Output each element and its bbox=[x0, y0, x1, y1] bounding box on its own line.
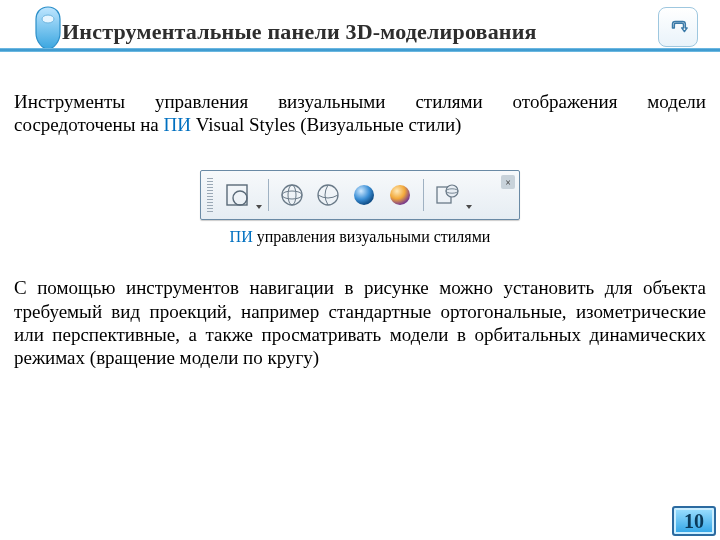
svg-point-10 bbox=[446, 185, 458, 197]
vs-hidden-button[interactable] bbox=[311, 178, 345, 212]
figure-caption: ПИ управления визуальными стилями bbox=[230, 228, 491, 246]
vs-realistic-blue-icon bbox=[351, 182, 377, 208]
page-number-badge[interactable]: 10 bbox=[672, 506, 716, 536]
slide: Инструментальные панели 3D-моделирования… bbox=[0, 0, 720, 540]
visual-styles-toolbar: × bbox=[200, 170, 520, 220]
vs-wireframe-button[interactable] bbox=[275, 178, 309, 212]
dropdown-caret-icon[interactable] bbox=[255, 178, 263, 212]
svg-point-2 bbox=[233, 191, 247, 205]
vs-realistic-orange-icon bbox=[387, 182, 413, 208]
toolbar-figure: × ПИ управления визуальными стилями bbox=[14, 170, 706, 246]
text: управления визуальными стилями bbox=[253, 228, 491, 245]
vs-realistic-orange-button[interactable] bbox=[383, 178, 417, 212]
vs-2dwireframe-icon bbox=[224, 182, 250, 208]
paragraph-2: С помощью инструментов навигации в рисун… bbox=[14, 276, 706, 369]
pi-abbrev: ПИ bbox=[164, 114, 191, 135]
vs-hidden-icon bbox=[315, 182, 341, 208]
vs-realistic-blue-button[interactable] bbox=[347, 178, 381, 212]
svg-point-4 bbox=[282, 191, 302, 199]
content-area: Инструменты управления визуальными стиля… bbox=[14, 90, 706, 369]
paragraph-1: Инструменты управления визуальными стиля… bbox=[14, 90, 706, 136]
vs-wireframe-icon bbox=[279, 182, 305, 208]
toolbar-separator bbox=[423, 179, 424, 211]
svg-point-0 bbox=[42, 15, 54, 23]
text: Visual Styles (Визуальные стили) bbox=[191, 114, 461, 135]
svg-point-5 bbox=[288, 185, 296, 205]
pi-abbrev: ПИ bbox=[230, 228, 253, 245]
svg-point-8 bbox=[390, 185, 410, 205]
toolbar-close-button[interactable]: × bbox=[501, 175, 515, 189]
svg-rect-1 bbox=[227, 185, 247, 205]
dropdown-caret-icon[interactable] bbox=[465, 178, 473, 212]
page-title: Инструментальные панели 3D-моделирования bbox=[62, 19, 537, 45]
vs-manage-button[interactable] bbox=[430, 178, 464, 212]
svg-point-6 bbox=[318, 185, 338, 205]
back-button[interactable] bbox=[658, 7, 698, 47]
header-bar: Инструментальные панели 3D-моделирования bbox=[0, 5, 720, 51]
vs-2dwireframe-button[interactable] bbox=[220, 178, 254, 212]
svg-point-7 bbox=[354, 185, 374, 205]
toolbar-separator bbox=[268, 179, 269, 211]
return-arrow-icon bbox=[667, 16, 689, 38]
svg-point-3 bbox=[282, 185, 302, 205]
toolbar-grip-icon[interactable] bbox=[207, 178, 213, 212]
vs-manage-icon bbox=[434, 182, 460, 208]
page-number: 10 bbox=[684, 510, 704, 533]
header-divider bbox=[0, 48, 720, 52]
